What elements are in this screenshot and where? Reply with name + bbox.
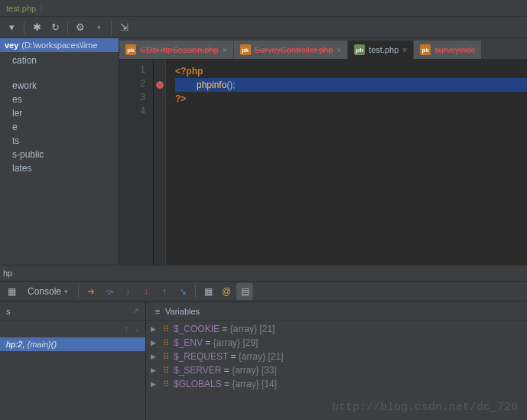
project-header[interactable]: vey (D:\workspaces\lime bbox=[0, 38, 119, 52]
variables-title: Variables bbox=[165, 307, 200, 316]
variable-row[interactable]: ▶ ⠿ $_SERVER = {array} [33] bbox=[146, 363, 527, 377]
project-tree: cation ework es ler e ts s-public lates bbox=[0, 52, 119, 265]
variable-row[interactable]: ▶ ⠿ $_ENV = {array} [29] bbox=[146, 336, 527, 350]
separator bbox=[78, 285, 79, 298]
tree-item[interactable]: es bbox=[0, 93, 119, 106]
code-line-1: <?php bbox=[175, 64, 527, 78]
chevron-down-icon: ▾ bbox=[64, 288, 68, 295]
gutter: 1 2 3 4 bbox=[119, 60, 154, 265]
evaluate-button[interactable]: ▦ bbox=[200, 283, 216, 300]
force-step-into-button[interactable]: ↓ bbox=[138, 283, 155, 300]
tree-item[interactable]: lates bbox=[0, 161, 119, 175]
main-area: vey (D:\workspaces\lime cation ework es … bbox=[0, 38, 527, 265]
php-icon: ph bbox=[354, 44, 365, 55]
pin-icon[interactable]: ↗ bbox=[132, 306, 139, 316]
separator bbox=[24, 21, 24, 34]
settings-button[interactable]: ▤ bbox=[236, 283, 253, 300]
close-icon[interactable]: × bbox=[223, 46, 227, 54]
run-to-cursor-button[interactable]: ↘ bbox=[174, 283, 191, 300]
project-path: (D:\workspaces\lime bbox=[21, 41, 97, 50]
watermark: http://blog.csdn.net/dc_726 bbox=[332, 401, 518, 414]
separator bbox=[67, 21, 68, 34]
breadcrumb-file[interactable]: test.php bbox=[6, 4, 36, 13]
close-icon[interactable]: × bbox=[402, 46, 407, 54]
tab-label: CDbHttpSession.php bbox=[140, 45, 219, 54]
frames-panel: s ↗ ↑ ↓ hp:2, {main}() bbox=[0, 302, 146, 420]
editor-area: pk CDbHttpSession.php × pk SurveyControl… bbox=[119, 38, 527, 265]
tree-item[interactable] bbox=[0, 67, 119, 79]
collapse-button[interactable]: ▾ bbox=[3, 19, 20, 36]
tab-file-1[interactable]: pk SurveyController.php × bbox=[234, 41, 349, 59]
settings-button[interactable]: ⚙ bbox=[72, 19, 89, 36]
line-number: 3 bbox=[119, 92, 145, 106]
separator bbox=[195, 285, 196, 298]
array-icon: ⠿ bbox=[163, 366, 169, 376]
expand-icon[interactable]: ▶ bbox=[151, 325, 158, 333]
breadcrumb: test.php 〉 bbox=[0, 0, 527, 17]
tab-file-3[interactable]: pk surveyinde bbox=[414, 41, 482, 59]
line-number: 4 bbox=[119, 106, 145, 119]
code-line-3: ?> bbox=[175, 92, 527, 106]
at-button[interactable]: @ bbox=[218, 283, 235, 300]
tab-file-0[interactable]: pk CDbHttpSession.php × bbox=[119, 41, 234, 59]
project-sidebar: vey (D:\workspaces\lime cation ework es … bbox=[0, 38, 119, 265]
debug-panel: hp ▦ Console ▾ ➜ ⤼ ↓ ↓ ↑ ↘ ▦ @ ▤ s ↗ ↑ ↓ bbox=[0, 265, 527, 420]
tree-item[interactable]: ework bbox=[0, 79, 119, 93]
variable-row[interactable]: ▶ ⠿ $_COOKIE = {array} [21] bbox=[146, 322, 527, 336]
breadcrumb-separator: 〉 bbox=[39, 2, 48, 15]
layout-button[interactable]: ▦ bbox=[3, 283, 20, 300]
tree-item[interactable]: e bbox=[0, 120, 119, 134]
session-label: hp bbox=[3, 269, 12, 278]
code-line-2: phpinfo(); bbox=[175, 78, 527, 92]
frames-title: s bbox=[6, 307, 11, 316]
frames-header: s ↗ bbox=[0, 302, 145, 321]
debug-toolbar: ▦ Console ▾ ➜ ⤼ ↓ ↓ ↑ ↘ ▦ @ ▤ bbox=[0, 281, 527, 302]
array-icon: ⠿ bbox=[163, 338, 169, 348]
tree-item[interactable]: cation bbox=[0, 54, 119, 67]
console-tab[interactable]: Console ▾ bbox=[21, 286, 74, 297]
expand-icon[interactable]: ▶ bbox=[151, 380, 158, 388]
step-out-button[interactable]: ↑ bbox=[156, 283, 173, 300]
tab-file-2[interactable]: ph test.php × bbox=[348, 41, 414, 59]
tab-label: SurveyController.php bbox=[255, 45, 333, 54]
tree-item[interactable]: s-public bbox=[0, 148, 119, 161]
tab-label: test.php bbox=[369, 45, 399, 54]
expand-icon[interactable]: ▶ bbox=[151, 339, 158, 347]
show-execution-button[interactable]: ➜ bbox=[83, 283, 99, 300]
dropdown-button[interactable]: ▾ bbox=[90, 19, 107, 36]
tab-label: surveyinde bbox=[434, 45, 475, 54]
refresh-button[interactable]: ↻ bbox=[47, 19, 63, 36]
debug-session-tab[interactable]: hp bbox=[0, 265, 527, 281]
line-number: 2 bbox=[119, 78, 145, 92]
close-icon[interactable]: × bbox=[337, 46, 341, 54]
frame-nav: ↑ ↓ bbox=[0, 321, 145, 337]
php-icon: pk bbox=[420, 44, 431, 55]
code-editor[interactable]: 1 2 3 4 <?php phpinfo(); ?> bbox=[119, 60, 527, 265]
target-button[interactable]: ✱ bbox=[28, 19, 45, 36]
project-name: vey bbox=[5, 41, 18, 50]
array-icon: ⠿ bbox=[163, 379, 169, 389]
code-content[interactable]: <?php phpinfo(); ?> bbox=[166, 60, 527, 265]
marker-gutter[interactable] bbox=[154, 60, 166, 265]
project-toolbar: ▾ ✱ ↻ ⚙ ▾ ⇲ bbox=[0, 17, 527, 38]
expand-icon[interactable]: ▶ bbox=[151, 353, 158, 360]
step-over-button[interactable]: ⤼ bbox=[101, 283, 118, 300]
list-icon: ≡ bbox=[152, 306, 163, 317]
shrink-button[interactable]: ⇲ bbox=[115, 19, 132, 36]
variable-row[interactable]: ▶ ⠿ $GLOBALS = {array} [14] bbox=[146, 377, 527, 391]
array-icon: ⠿ bbox=[163, 352, 169, 362]
stack-frame[interactable]: hp:2, {main}() bbox=[0, 337, 145, 351]
array-icon: ⠿ bbox=[163, 324, 169, 334]
breakpoint-icon[interactable] bbox=[156, 81, 164, 89]
tree-item[interactable]: ler bbox=[0, 106, 119, 120]
tree-item[interactable]: ts bbox=[0, 134, 119, 148]
step-into-button[interactable]: ↓ bbox=[119, 283, 136, 300]
frame-function: {main}() bbox=[28, 340, 57, 349]
variable-row[interactable]: ▶ ⠿ $_REQUEST = {array} [21] bbox=[146, 350, 527, 363]
frame-down-button[interactable]: ↓ bbox=[135, 324, 139, 334]
frame-up-button[interactable]: ↑ bbox=[124, 324, 128, 334]
frame-location: hp:2, bbox=[6, 340, 24, 349]
line-number: 1 bbox=[119, 64, 145, 78]
expand-icon[interactable]: ▶ bbox=[151, 366, 158, 374]
php-icon: pk bbox=[125, 44, 136, 55]
